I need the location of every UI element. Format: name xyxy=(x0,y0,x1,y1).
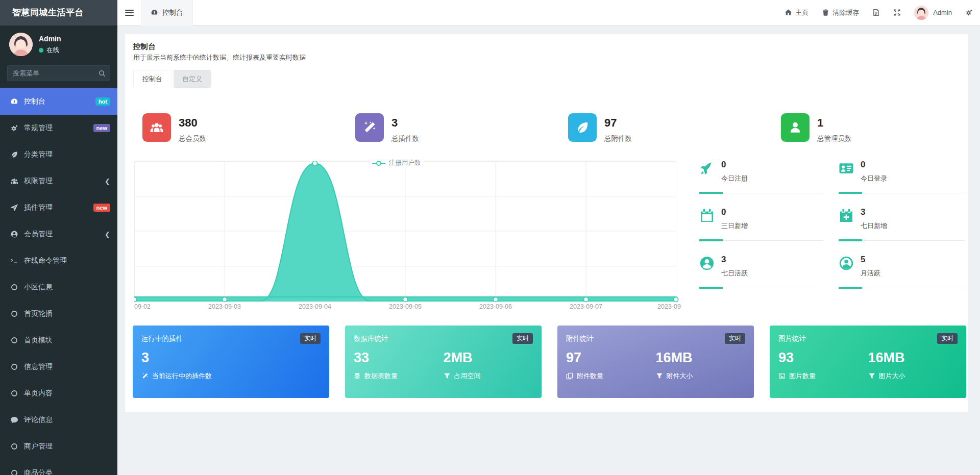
users-icon xyxy=(10,177,18,186)
mini-stat-today-registered: 0今日注册 xyxy=(699,160,823,193)
chevron-left-icon: ❮ xyxy=(105,178,110,185)
sidebar-item-label: 单页内容 xyxy=(24,389,53,398)
sidebar-item-merchants[interactable]: 商户管理 xyxy=(0,433,117,460)
funnel-icon xyxy=(868,372,875,380)
online-dot-icon xyxy=(39,48,43,53)
circle-icon xyxy=(10,363,18,371)
circle-icon xyxy=(10,336,18,345)
sidebar-item-label: 评论信息 xyxy=(24,415,53,424)
magic-wand-icon xyxy=(355,113,384,142)
mini-stat-today-login: 0今日登录 xyxy=(839,160,965,193)
clear-cache-button[interactable]: 清除缓存 xyxy=(822,8,859,17)
page-subtitle: 用于展示当前系统中的统计数据、统计报表及重要实时数据 xyxy=(133,53,306,62)
id-card-icon xyxy=(839,161,854,178)
circle-icon xyxy=(10,283,18,292)
funnel-icon xyxy=(444,372,451,380)
database-icon xyxy=(354,372,361,380)
sidebar-item-comments[interactable]: 评论信息 xyxy=(0,407,117,433)
fullscreen-button[interactable] xyxy=(893,9,901,16)
sidebar-search xyxy=(7,65,110,81)
tab-dashboard[interactable]: 控制台 xyxy=(141,0,193,26)
sidebar-item-plugins[interactable]: 插件管理 new xyxy=(0,194,117,221)
stat-total-members: 380总会员数 xyxy=(142,113,206,143)
dashboard-panel: 控制台 用于展示当前系统中的统计数据、统计报表及重要实时数据 控制台 自定义 3… xyxy=(125,34,968,412)
avatar[interactable] xyxy=(914,6,928,20)
topbar-username[interactable]: Admin xyxy=(933,9,952,16)
sidebar-item-modules[interactable]: 首页模块 xyxy=(0,327,117,354)
user-name: Admin xyxy=(39,35,61,43)
topbar-actions: 主页 清除缓存 Admin xyxy=(771,6,980,20)
user-panel: Admin 在线 xyxy=(0,26,117,61)
sidebar-item-label: 小区信息 xyxy=(24,283,53,292)
menu-toggle-button[interactable] xyxy=(117,0,141,26)
new-badge: new xyxy=(93,124,110,132)
search-input[interactable] xyxy=(7,65,110,81)
sidebar-item-category[interactable]: 分类管理 xyxy=(0,141,117,168)
sidebar-item-members[interactable]: 会员管理 ❮ xyxy=(0,221,117,247)
sidebar-item-permissions[interactable]: 权限管理 ❮ xyxy=(0,168,117,194)
gauge-icon xyxy=(10,97,18,106)
hot-badge: hot xyxy=(95,97,110,106)
circle-icon xyxy=(10,310,18,318)
gears-icon xyxy=(965,9,973,16)
home-icon xyxy=(785,9,792,16)
tab-console[interactable]: 控制台 xyxy=(133,70,172,88)
trash-icon xyxy=(822,9,829,16)
mini-stats-grid: 0今日注册 0今日登录 0三日新增 3七日新增 3七日活跃 5月活跃 xyxy=(699,160,965,288)
leaf-icon xyxy=(10,151,18,159)
language-button[interactable] xyxy=(872,9,880,16)
mini-stat-seven-day-active: 3七日活跃 xyxy=(699,255,823,288)
chevron-left-icon: ❮ xyxy=(105,231,110,238)
registered-users-chart: 注册用户数 09-02 2023-09-03 2023-09-04 2023-0… xyxy=(134,157,684,315)
sidebar-item-label: 权限管理 xyxy=(24,177,53,186)
app-title: 智慧同城生活平台 xyxy=(0,0,117,26)
sidebar-item-dashboard[interactable]: 控制台 hot xyxy=(0,88,117,115)
sidebar-item-info[interactable]: 信息管理 xyxy=(0,354,117,380)
image-icon xyxy=(778,372,786,380)
sidebar-item-pages[interactable]: 单页内容 xyxy=(0,380,117,407)
mini-stat-seven-day-new: 3七日新增 xyxy=(839,207,965,241)
page-title: 控制台 xyxy=(133,42,156,52)
settings-button[interactable] xyxy=(965,9,973,16)
sidebar-item-product-category[interactable]: 商品分类 xyxy=(0,460,117,475)
sidebar-item-label: 商户管理 xyxy=(24,442,53,451)
card-running-plugins: 运行中的插件实时 3 当前运行中的插件数 xyxy=(133,326,329,398)
magic-wand-icon xyxy=(141,372,149,380)
home-button[interactable]: 主页 xyxy=(785,8,808,17)
sidebar-item-community[interactable]: 小区信息 xyxy=(0,274,117,301)
mini-stat-monthly-active: 5月活跃 xyxy=(839,255,965,288)
hamburger-icon xyxy=(125,8,134,17)
circle-icon xyxy=(10,389,18,398)
avatar xyxy=(9,33,33,56)
sidebar-item-carousel[interactable]: 首页轮播 xyxy=(0,301,117,327)
calendar-icon xyxy=(699,208,715,226)
realtime-badge: 实时 xyxy=(725,333,745,344)
sidebar-item-label: 插件管理 xyxy=(24,203,53,212)
expand-icon xyxy=(893,9,901,16)
user-circle-solid-icon xyxy=(699,256,715,273)
leaf-icon xyxy=(568,113,597,142)
mini-stat-three-day-new: 0三日新增 xyxy=(699,207,823,241)
sidebar-item-commands[interactable]: 在线命令管理 xyxy=(0,247,117,274)
legend-label: 注册用户数 xyxy=(389,159,421,167)
comment-icon xyxy=(10,416,18,424)
realtime-badge: 实时 xyxy=(300,333,321,344)
legend-line-icon xyxy=(372,160,385,166)
card-image-stats: 图片统计实时 93 图片数量 16MB 图片大小 xyxy=(770,326,966,398)
funnel-icon xyxy=(656,372,663,380)
sidebar: 智慧同城生活平台 Admin 在线 控制台 hot 常规管理 new 分类管理 xyxy=(0,0,117,475)
chart-plot xyxy=(134,161,684,306)
gauge-icon xyxy=(151,9,158,16)
user-circle-outline-icon xyxy=(839,256,854,273)
circle-icon xyxy=(10,442,18,451)
users-icon xyxy=(142,113,171,142)
tab-custom[interactable]: 自定义 xyxy=(174,70,211,88)
chart-legend[interactable]: 注册用户数 xyxy=(370,159,423,167)
new-badge: new xyxy=(93,204,110,212)
sidebar-item-general[interactable]: 常规管理 new xyxy=(0,115,117,141)
tab-label: 控制台 xyxy=(162,8,183,17)
sidebar-menu: 控制台 hot 常规管理 new 分类管理 权限管理 ❮ 插件管理 new 会员… xyxy=(0,88,117,475)
topbar: 控制台 主页 清除缓存 Admin xyxy=(117,0,980,26)
panel-tabs: 控制台 自定义 xyxy=(133,70,211,88)
gears-icon xyxy=(10,124,18,133)
